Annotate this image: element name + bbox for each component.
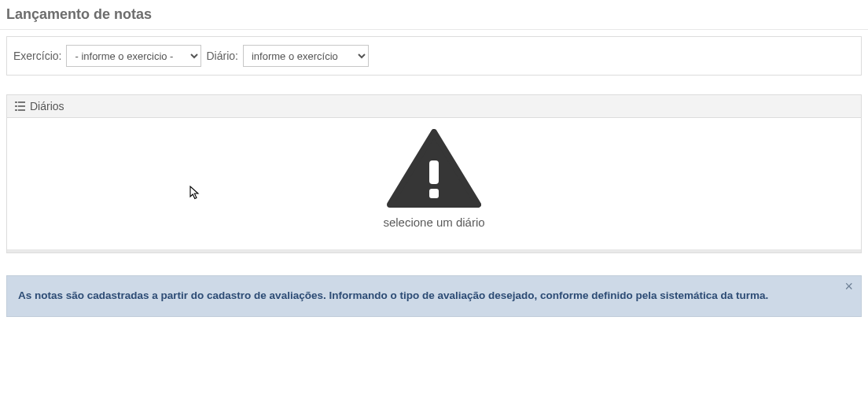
svg-rect-6 <box>429 160 439 184</box>
diarios-panel-title: Diários <box>30 100 64 112</box>
warning-icon <box>387 129 481 208</box>
exercicio-label: Exercício: <box>13 50 61 62</box>
svg-rect-5 <box>18 109 25 111</box>
svg-rect-1 <box>18 101 25 103</box>
svg-rect-0 <box>15 101 17 103</box>
diarios-panel-header: Diários <box>7 95 861 118</box>
panel-bottom-bar <box>7 249 861 252</box>
diarios-panel: Diários selecione um diário <box>6 94 862 253</box>
info-alert-text: As notas são cadastradas a partir do cad… <box>18 289 768 304</box>
diarios-panel-body: selecione um diário <box>7 118 861 249</box>
svg-rect-4 <box>15 109 17 111</box>
diario-label: Diário: <box>206 50 237 62</box>
svg-rect-3 <box>18 105 25 107</box>
header-divider <box>0 29 868 30</box>
diario-select[interactable]: informe o exercício <box>243 45 369 67</box>
svg-rect-7 <box>429 189 439 198</box>
empty-state-text: selecione um diário <box>383 216 484 229</box>
filter-panel: Exercício: - informe o exercicio - Diári… <box>6 36 862 76</box>
alert-close-button[interactable]: × <box>844 279 853 293</box>
list-icon <box>15 101 25 111</box>
svg-rect-2 <box>15 105 17 107</box>
info-alert: As notas são cadastradas a partir do cad… <box>6 275 862 317</box>
exercicio-select[interactable]: - informe o exercicio - <box>66 45 201 67</box>
page-title: Lançamento de notas <box>0 0 868 29</box>
